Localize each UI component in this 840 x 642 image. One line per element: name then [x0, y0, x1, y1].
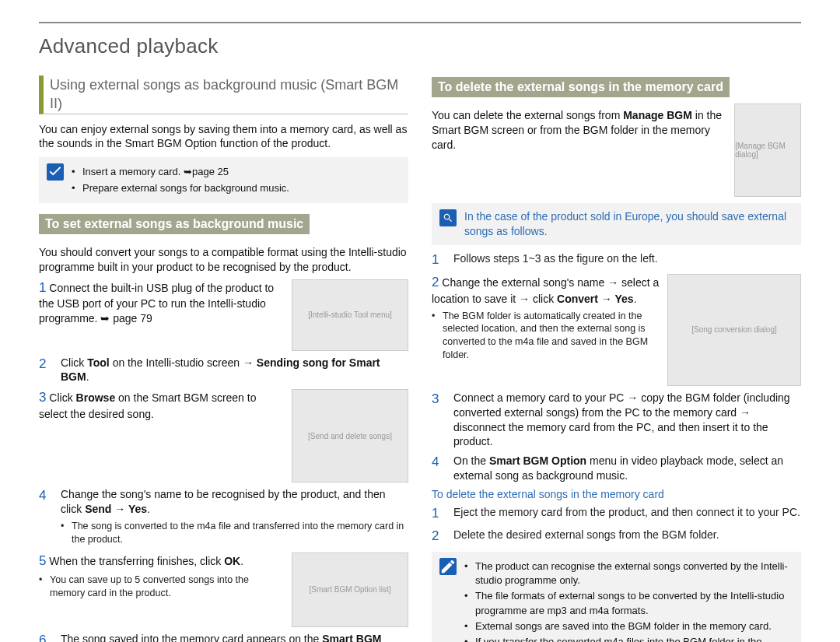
step-4: 4 Change the song's name to be recognise… [39, 487, 408, 548]
note-item: The file formats of external songs to be… [464, 589, 793, 617]
set-intro: You should convert your songs to a compa… [39, 245, 408, 275]
europe-note: In the case of the product sold in Europ… [464, 209, 793, 239]
eu-step-1: 1 Follows steps 1~3 as the figure on the… [432, 251, 801, 269]
step-5: 5 When the transferring finishes, click … [39, 553, 408, 627]
eu-step-2: 2 Change the external song's name → sele… [432, 274, 801, 386]
prep-infobox: Insert a memory card. ➥page 25 Prepare e… [39, 157, 408, 202]
step-1: 1 Connect the built-in USB plug of the p… [39, 279, 408, 351]
delete2-heading: To delete the external songs in the memo… [432, 488, 801, 500]
screenshot-send-dialog: [Send and delete songs] [292, 389, 408, 482]
screenshot-song-conversion: [Song conversion dialog] [667, 274, 801, 386]
subheading-smart-bgm: Using external songs as background music… [39, 75, 408, 114]
eu-step-3: 3 Connect a memory card to your PC → cop… [432, 391, 801, 450]
screenshot-bgm-option-list: [Smart BGM Option list] [292, 553, 408, 627]
screenshot-tool-menu: [Intelli-studio Tool menu] [292, 279, 408, 351]
set-heading: To set external songs as background musi… [39, 214, 310, 234]
step-6: 6 The song saved into the memory card ap… [39, 632, 408, 642]
screenshot-manage-bgm: [Manage BGM dialog] [734, 103, 801, 197]
eu-step-2-note: The BGM folder is automatically created … [432, 310, 660, 363]
step-5-note: You can save up to 5 converted songs int… [39, 574, 284, 600]
note-icon [439, 558, 457, 575]
right-column: To delete the external songs in the memo… [432, 72, 801, 642]
note-item: External songs are saved into the BGM fo… [464, 619, 793, 633]
step-4-note: The song is converted to the m4a file an… [61, 520, 408, 546]
notes-infobox: The product can recognise the external s… [432, 552, 801, 642]
note-item: The product can recognise the external s… [464, 560, 793, 588]
magnify-icon [439, 209, 457, 226]
check-icon [47, 163, 64, 181]
delete-intro: You can delete the external songs from M… [432, 108, 726, 153]
page-rule [39, 22, 801, 23]
page-title: Advanced playback [39, 34, 801, 58]
del2-step-2: 2Delete the desired external songs from … [432, 528, 801, 546]
prep-item: Prepare external songs for background mu… [72, 181, 401, 195]
left-column: Using external songs as background music… [39, 72, 408, 642]
del2-step-1: 1Eject the memory card from the product,… [432, 505, 801, 523]
intro-text: You can enjoy external songs by saving t… [39, 122, 408, 152]
step-3: 3 Click Browse on the Smart BGM screen t… [39, 389, 408, 482]
europe-infobox: In the case of the product sold in Europ… [432, 203, 801, 245]
eu-step-4: 4 On the Smart BGM Option menu in video … [432, 454, 801, 483]
prep-item: Insert a memory card. ➥page 25 [72, 165, 401, 179]
step-2: 2 Click Tool on the Intelli-studio scree… [39, 356, 408, 385]
note-item: If you transfer the converted m4a files … [464, 635, 793, 642]
delete-heading: To delete the external songs in the memo… [432, 77, 730, 97]
